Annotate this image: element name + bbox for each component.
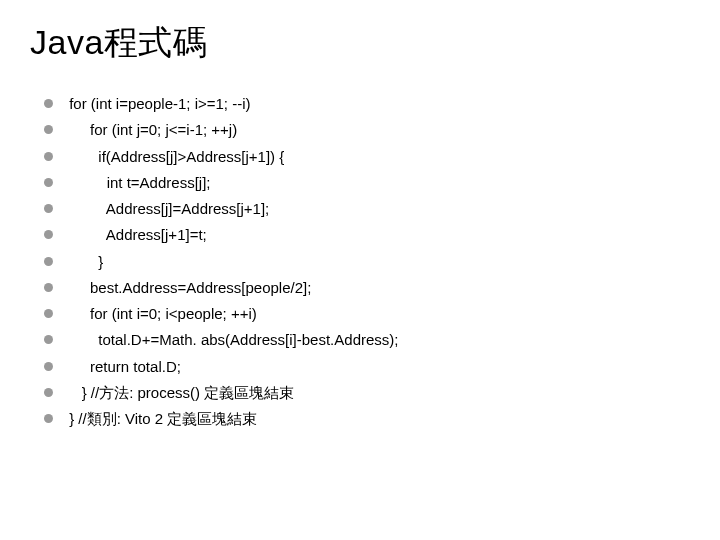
code-line: for (int i=people-1; i>=1; --i) [65,94,251,114]
list-item: Address[j]=Address[j+1]; [44,199,690,219]
code-line: int t=Address[j]; [65,173,210,193]
slide: Java程式碼 for (int i=people-1; i>=1; --i) … [0,0,720,540]
bullet-icon [44,178,53,187]
bullet-icon [44,152,53,161]
list-item: } //類別: Vito 2 定義區塊結束 [44,409,690,429]
bullet-icon [44,388,53,397]
code-line: for (int j=0; j<=i-1; ++j) [65,120,237,140]
list-item: } //方法: process() 定義區塊結束 [44,383,690,403]
code-line: Address[j]=Address[j+1]; [65,199,269,219]
list-item: total.D+=Math. abs(Address[i]-best.Addre… [44,330,690,350]
list-item: best.Address=Address[people/2]; [44,278,690,298]
bullet-icon [44,414,53,423]
code-line: if(Address[j]>Address[j+1]) { [65,147,284,167]
code-line: best.Address=Address[people/2]; [65,278,311,298]
bullet-icon [44,125,53,134]
code-list: for (int i=people-1; i>=1; --i) for (int… [30,94,690,429]
code-line: Address[j+1]=t; [65,225,207,245]
bullet-icon [44,335,53,344]
code-line: return total.D; [65,357,181,377]
code-line: } //方法: process() 定義區塊結束 [65,383,294,403]
bullet-icon [44,204,53,213]
bullet-icon [44,309,53,318]
code-line: total.D+=Math. abs(Address[i]-best.Addre… [65,330,398,350]
code-line: } //類別: Vito 2 定義區塊結束 [65,409,257,429]
bullet-icon [44,257,53,266]
bullet-icon [44,230,53,239]
code-line: } [65,252,103,272]
bullet-icon [44,362,53,371]
list-item: for (int i=0; i<people; ++i) [44,304,690,324]
list-item: for (int i=people-1; i>=1; --i) [44,94,690,114]
list-item: return total.D; [44,357,690,377]
list-item: int t=Address[j]; [44,173,690,193]
list-item: } [44,252,690,272]
list-item: for (int j=0; j<=i-1; ++j) [44,120,690,140]
list-item: Address[j+1]=t; [44,225,690,245]
code-line: for (int i=0; i<people; ++i) [65,304,257,324]
list-item: if(Address[j]>Address[j+1]) { [44,147,690,167]
bullet-icon [44,283,53,292]
bullet-icon [44,99,53,108]
page-title: Java程式碼 [30,20,690,66]
